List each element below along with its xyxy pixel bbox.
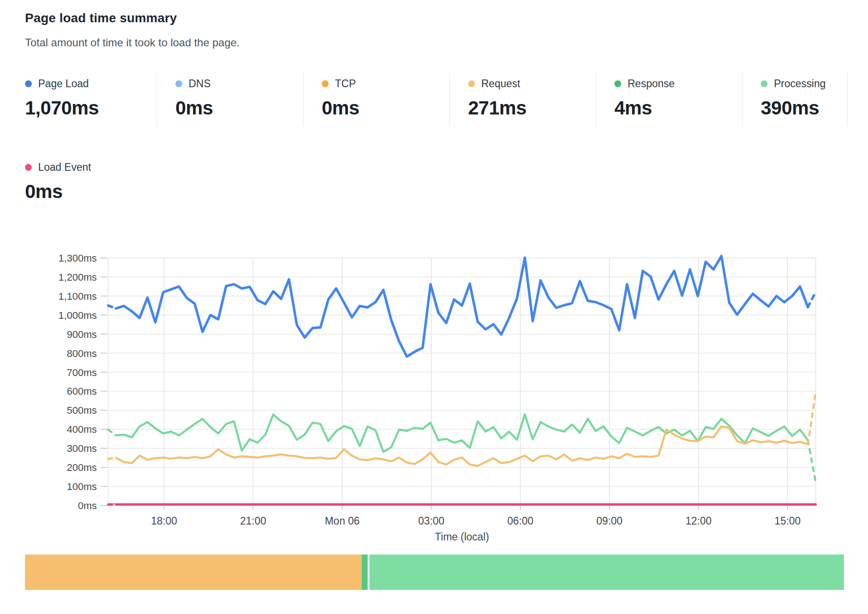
metrics-summary-row: Page Load 1,070ms DNS 0ms TCP 0ms Reques… [25, 73, 848, 126]
stat-label: Processing [761, 76, 847, 91]
series-request-dashed [108, 458, 116, 459]
stat-value-request: 271ms [468, 97, 596, 119]
y-tick-label: 200ms [67, 462, 97, 473]
stat-tcp: TCP 0ms [303, 73, 449, 126]
series-request-dashed [808, 392, 816, 444]
stat-label-text: Processing [774, 76, 826, 91]
stat-label-text: DNS [189, 76, 211, 91]
stat-processing: Processing 390ms [742, 73, 848, 126]
x-tick-label: Mon 06 [325, 515, 360, 527]
timing-phase-bar [25, 555, 844, 590]
bar-segment-tcp-phase [25, 555, 362, 590]
y-tick-label: 900ms [67, 329, 97, 340]
stat-label: Load Event [25, 160, 91, 174]
series-processing-line [116, 415, 808, 452]
series-page-load-dashed [808, 292, 816, 307]
stat-label: DNS [175, 76, 303, 91]
dns-legend-dot [175, 80, 182, 87]
y-tick-label: 1,300ms [59, 253, 97, 264]
stat-label: Request [468, 76, 596, 91]
y-tick-label: 300ms [67, 443, 97, 454]
stat-dns: DNS 0ms [157, 73, 303, 126]
stat-request: Request 271ms [449, 73, 596, 126]
stat-label-text: TCP [335, 76, 356, 91]
series-page-load-dashed [108, 306, 116, 308]
x-tick-label: 18:00 [151, 515, 177, 527]
y-tick-label: 500ms [67, 405, 97, 416]
y-tick-label: 800ms [67, 348, 97, 359]
y-tick-label: 700ms [67, 367, 97, 378]
y-tick-label: 1,200ms [59, 272, 97, 283]
stat-label-text: Load Event [38, 160, 91, 174]
page-title: Page load time summary [25, 11, 177, 25]
processing-legend-dot [761, 80, 768, 87]
page-load-summary-panel: Page load time summary Total amount of t… [0, 0, 868, 614]
stat-value-response: 4ms [614, 97, 742, 119]
x-tick-label: 12:00 [685, 515, 712, 527]
x-tick-label: 09:00 [596, 515, 623, 527]
y-tick-label: 1,100ms [59, 291, 97, 302]
page-subtitle: Total amount of time it took to load the… [25, 36, 239, 49]
stat-value-tcp: 0ms [322, 97, 449, 119]
bar-segment-response-phase [369, 555, 844, 590]
tcp-legend-dot [322, 80, 329, 87]
stat-label-text: Page Load [38, 76, 89, 91]
response-legend-dot [614, 80, 621, 87]
stat-label-text: Request [481, 76, 520, 91]
load-event-legend-dot [25, 164, 32, 171]
series-page-load-line [116, 256, 808, 357]
stat-page-load: Page Load 1,070ms [25, 73, 157, 126]
x-tick-label: 21:00 [240, 515, 266, 527]
x-tick-label: 15:00 [774, 515, 801, 527]
series-processing-dashed [808, 441, 816, 482]
stat-label-text: Response [628, 76, 675, 91]
y-tick-label: 1,000ms [59, 310, 97, 321]
stat-value-dns: 0ms [175, 97, 303, 119]
request-legend-dot [468, 80, 475, 87]
stat-label: Page Load [25, 76, 157, 91]
stat-label: Response [614, 76, 742, 91]
series-processing-dashed [108, 430, 116, 436]
y-tick-label: 0ms [78, 500, 97, 511]
stat-response: Response 4ms [596, 73, 742, 126]
x-axis-title: Time (local) [435, 531, 489, 543]
x-tick-label: 03:00 [418, 515, 444, 527]
y-tick-label: 400ms [67, 424, 97, 435]
stat-label: TCP [322, 76, 449, 91]
bar-segment-divider-green [362, 555, 368, 590]
page-load-legend-dot [25, 80, 32, 87]
load-time-chart: 0ms100ms200ms300ms400ms500ms600ms700ms80… [0, 195, 868, 545]
y-tick-label: 600ms [67, 386, 97, 397]
stat-value-page-load: 1,070ms [25, 97, 157, 119]
x-tick-label: 06:00 [507, 515, 534, 527]
stat-value-processing: 390ms [761, 97, 847, 119]
y-tick-label: 100ms [67, 481, 97, 492]
